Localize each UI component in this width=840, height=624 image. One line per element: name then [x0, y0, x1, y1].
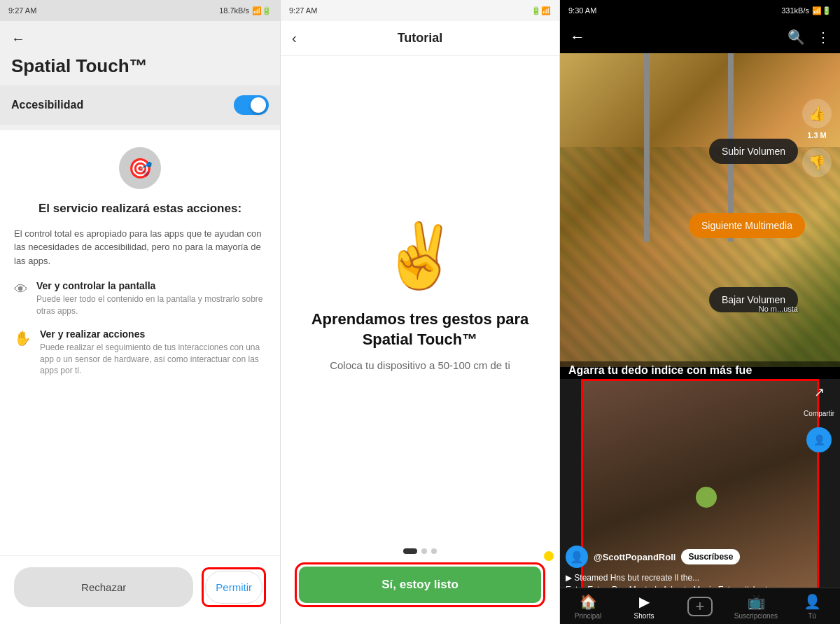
status-bar-3: 9:30 AM 331kB/s 📶🔋: [560, 0, 840, 21]
data-speed-3: 331kB/s: [781, 6, 809, 15]
tutorial-title: Aprendamos tres gestos para Spatial Touc…: [295, 310, 545, 349]
back-arrow-1[interactable]: ←: [11, 31, 25, 47]
status-time-3: 9:30 AM: [568, 6, 596, 15]
feature-1-title: Ver y controlar la pantalla: [36, 280, 266, 291]
tutorial-content: ✌️ Aprendamos tres gestos para Spatial T…: [281, 56, 559, 537]
feature-2-text: Ver y realizar acciones Puede realizar e…: [40, 328, 266, 377]
app-title-1: Spatial Touch™: [0, 53, 280, 85]
panel2-tutorial: 9:27 AM 🔋📶 ‹ Tutorial ✌️ Aprendamos tres…: [280, 0, 560, 624]
nav-item-tu[interactable]: 👤 Tú: [784, 593, 840, 620]
signal-icon-1: 📶🔋: [252, 6, 272, 15]
suscripciones-label: Suscripciones: [734, 612, 778, 620]
ready-button[interactable]: Sí, estoy listo: [299, 567, 541, 603]
shorts-label: Shorts: [634, 612, 654, 620]
feature-1-desc: Puede leer todo el contenido en la panta…: [36, 293, 266, 317]
tutorial-bottom: Sí, estoy listo: [281, 537, 559, 624]
panel1-spatial-touch: 9:27 AM 18.7kB/s 📶🔋 ← Spatial Touch™ Acc…: [0, 0, 280, 624]
add-button[interactable]: +: [687, 597, 713, 616]
status-icons-1: 18.7kB/s 📶🔋: [219, 6, 272, 15]
channel-name[interactable]: @ScottPopandRoll: [594, 552, 676, 562]
feature-2-desc: Puede realizar el seguimiento de tus int…: [40, 342, 266, 377]
allow-button-outline: Permitir: [202, 567, 266, 607]
video1-crowd[interactable]: [560, 53, 840, 367]
subscribe-button[interactable]: Suscríbese: [681, 549, 740, 564]
thumbs-down-icon: 👎: [808, 154, 826, 171]
video2-actions: ↗ Compartir 👤: [804, 384, 834, 452]
accessibility-label: Accesibilidad: [11, 99, 83, 111]
like-count: 1.3 M: [807, 131, 827, 139]
share-action[interactable]: ↗: [814, 384, 825, 400]
nav-item-principal[interactable]: 🏠 Principal: [560, 593, 616, 620]
home-icon: 🏠: [580, 593, 597, 610]
status-time-2: 9:27 AM: [289, 6, 317, 15]
reject-button[interactable]: Rechazar: [14, 567, 193, 607]
more-icon-3[interactable]: ⋮: [816, 29, 830, 46]
dislike-button[interactable]: 👎: [802, 148, 832, 177]
card-title: El servicio realizará estas acciones:: [38, 200, 241, 217]
hand-icon: ✋: [14, 330, 31, 347]
pole-1: [644, 53, 650, 242]
dot-1: [403, 548, 417, 554]
plus-icon: +: [696, 597, 705, 616]
status-bar-1: 9:27 AM 18.7kB/s 📶🔋: [0, 0, 280, 21]
share-label: Compartir: [804, 410, 834, 417]
allow-button[interactable]: Permitir: [205, 571, 262, 604]
accessibility-row: Accesibilidad: [0, 85, 280, 125]
status-icons-2: 🔋📶: [531, 6, 551, 15]
top-bar-1: ←: [0, 21, 280, 53]
service-icon: 🎯: [119, 147, 161, 189]
accessibility-toggle[interactable]: [234, 95, 269, 115]
dot-3: [431, 548, 437, 554]
nav-item-suscripciones[interactable]: 📺 Suscripciones: [728, 593, 784, 620]
like-button[interactable]: 👍: [802, 99, 832, 128]
search-icon-3[interactable]: 🔍: [788, 29, 805, 46]
dot-2: [421, 548, 427, 554]
video2-title-line1: ▶ Steamed Hns but recreate ll the...: [566, 572, 784, 584]
back-arrow-2[interactable]: ‹: [292, 30, 297, 46]
feature-2-title: Ver y realizar acciones: [40, 328, 266, 340]
channel-avatar[interactable]: 👤: [566, 546, 588, 568]
shorts-content[interactable]: Subir Volumen Siguiente Multimedia Bajar…: [560, 53, 840, 624]
bottom-navigation: 🏠 Principal ▶ Shorts + 📺 Suscripciones 👤…: [560, 588, 840, 624]
green-indicator: [696, 487, 717, 508]
yellow-indicator-dot: [544, 551, 554, 561]
nav-item-shorts[interactable]: ▶ Shorts: [616, 593, 672, 620]
thumbs-up-icon: 👍: [808, 105, 826, 122]
eye-icon: 👁: [14, 282, 28, 298]
signal-icon-3: 📶🔋: [812, 6, 832, 15]
card-description: El control total es apropiado para las a…: [14, 227, 266, 268]
back-arrow-3[interactable]: ←: [570, 28, 585, 46]
status-icons-3: 331kB/s 📶🔋: [781, 6, 832, 15]
nav-item-add[interactable]: +: [672, 597, 728, 616]
card-content: 🎯 El servicio realizará estas acciones: …: [0, 130, 280, 555]
top-bar-3: ← 🔍 ⋮: [560, 21, 840, 53]
hand-gesture-emoji: ✌️: [381, 219, 459, 293]
subscriptions-icon: 📺: [748, 593, 765, 610]
ready-button-outline: Sí, estoy listo: [295, 562, 545, 607]
bottom-avatar[interactable]: 👤: [806, 427, 832, 452]
principal-label: Principal: [575, 612, 601, 620]
tu-label: Tú: [808, 612, 816, 620]
feature-row-2: ✋ Ver y realizar acciones Puede realizar…: [14, 328, 266, 377]
profile-icon: 👤: [804, 593, 821, 610]
tooltip-subir-volumen[interactable]: Subir Volumen: [709, 139, 798, 164]
no-gusta-label: No m...usta: [759, 305, 798, 313]
data-speed-1: 18.7kB/s: [219, 6, 249, 15]
buttons-row: Rechazar Permitir: [0, 555, 280, 624]
tutorial-page-title: Tutorial: [398, 31, 443, 46]
status-bar-2: 9:27 AM 🔋📶: [281, 0, 559, 21]
progress-dots: [403, 548, 437, 554]
tooltip-siguiente-multimedia[interactable]: Siguiente Multimedia: [689, 213, 805, 238]
tutorial-description: Coloca tu dispositivo a 50-100 cm de ti: [330, 358, 510, 374]
feature-1-text: Ver y controlar la pantalla Puede leer t…: [36, 280, 266, 317]
panel3-youtube-shorts: 9:30 AM 331kB/s 📶🔋 ← 🔍 ⋮ Subir Volumen S…: [560, 0, 840, 624]
shorts-icon: ▶: [639, 593, 650, 610]
status-time-1: 9:27 AM: [8, 6, 36, 15]
video1-gradient-overlay: [560, 242, 840, 367]
feature-row-1: 👁 Ver y controlar la pantalla Puede leer…: [14, 280, 266, 317]
top-action-icons: 🔍 ⋮: [788, 29, 830, 46]
like-area: 👍 1.3 M 👎: [802, 99, 832, 177]
top-bar-2: ‹ Tutorial: [281, 21, 559, 56]
agarra-text: Agarra tu dedo indice con más fue: [560, 361, 840, 380]
channel-row: 👤 @ScottPopandRoll Suscríbese: [566, 546, 784, 568]
